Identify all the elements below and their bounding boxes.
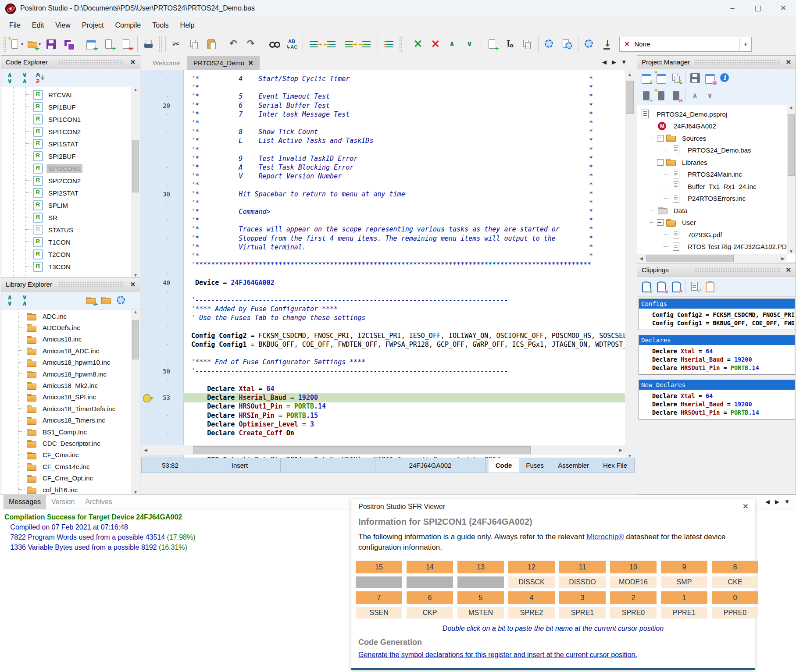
copy-macro-button[interactable] <box>518 35 536 53</box>
close-icon[interactable]: ✕ <box>130 278 136 291</box>
print-button[interactable] <box>140 35 157 53</box>
editor-vertical-scrollbar[interactable]: ▲ ▼ <box>625 70 635 460</box>
cut-button[interactable] <box>168 35 186 53</box>
remove-bookmark-button[interactable] <box>426 35 443 53</box>
editor-horizontal-scrollbar[interactable]: ◀ ▶ <box>141 445 635 455</box>
close-icon[interactable]: ✕ <box>785 56 791 69</box>
add-file-button[interactable]: + <box>639 88 654 104</box>
sfr-bit-12[interactable]: 12 <box>508 561 555 573</box>
pane-list-icon[interactable]: ▼ <box>784 498 790 505</box>
tree-item-spi2con2[interactable]: RSPI2CON2 <box>1 175 140 186</box>
compile-button[interactable] <box>541 35 558 53</box>
sfr-bit-10[interactable]: 10 <box>610 561 657 573</box>
remove-file-button[interactable]: × <box>669 88 684 104</box>
tab-list-icon[interactable]: ▼ <box>621 59 627 65</box>
open-recent-project-button[interactable]: ↓ <box>669 70 684 86</box>
view-tab-code[interactable]: Code <box>489 458 519 473</box>
sfr-bit-11[interactable]: 11 <box>559 561 606 573</box>
chevron-down-icon[interactable]: ▾ <box>739 38 751 51</box>
tree-item-t3con[interactable]: RT3CON <box>1 261 140 272</box>
add-bookmark-button[interactable] <box>408 35 426 53</box>
project-tree-item[interactable]: Data <box>650 205 689 216</box>
project-info-button[interactable] <box>717 70 732 86</box>
save-button[interactable] <box>43 35 60 53</box>
tab-prtos24_demo[interactable]: PRTOS24_Demo✕ <box>187 56 260 70</box>
project-tree-item[interactable]: User <box>650 217 698 228</box>
expand-all-button[interactable] <box>3 70 18 86</box>
sfr-bit-spre1[interactable]: SPRE1 <box>559 607 606 619</box>
tab-scroll-right-icon[interactable]: ▶ <box>612 59 616 65</box>
sfr-bit-9[interactable]: 9 <box>661 561 707 573</box>
close-window-button[interactable]: ↓ <box>82 35 100 53</box>
sfr-bit-3[interactable]: 3 <box>559 591 606 604</box>
sort-az-button[interactable]: AZ↓ <box>33 70 48 86</box>
sfr-bit-dissck[interactable]: DISSCK <box>508 576 555 588</box>
compile-program-button[interactable] <box>581 35 598 53</box>
sfr-bit-smp[interactable]: SMP <box>661 576 707 588</box>
sfr-bit-4[interactable]: 4 <box>508 591 555 604</box>
library-item[interactable]: Amicus18_TimerDefs.inc <box>1 403 140 414</box>
indent-block-button[interactable]: → <box>340 35 358 53</box>
library-item[interactable]: ADC.inc <box>1 310 140 322</box>
menu-edit[interactable]: Edit <box>26 18 50 33</box>
sfr-bit-7[interactable]: 7 <box>356 591 402 604</box>
open-project-button[interactable]: ↓ <box>639 70 654 86</box>
project-tree-item[interactable]: PRTOS24_Demo.bas <box>664 145 753 156</box>
tree-item-spi1stat[interactable]: RSPI1STAT <box>1 138 140 149</box>
library-item[interactable]: CF_Cms.inc <box>1 449 140 461</box>
pane-scroll-left-icon[interactable]: ◀ <box>765 498 770 505</box>
tree-item-splim[interactable]: RSPLIM <box>1 199 140 211</box>
clear-icon[interactable]: ✕ <box>624 40 630 48</box>
sfr-bit-5[interactable]: 5 <box>457 591 504 604</box>
add-new-file-button[interactable]: * <box>654 88 669 104</box>
project-tree-item[interactable]: Libraries <box>650 156 709 168</box>
validate-library-button[interactable]: ✓ <box>84 292 99 308</box>
new-file-button[interactable]: *▾ <box>7 35 25 53</box>
tab-welcome[interactable]: Welcome <box>146 56 186 70</box>
save-all-button[interactable] <box>60 35 78 53</box>
find-button[interactable] <box>265 35 283 53</box>
collapse-expander-icon[interactable] <box>657 135 664 142</box>
tree-item-spi2stat[interactable]: RSPI2STAT <box>1 187 140 199</box>
sfr-bit-ckp[interactable]: CKP <box>407 607 453 619</box>
sfr-bit-cke[interactable]: CKE <box>712 576 758 588</box>
bookmark-icon[interactable] <box>143 394 151 402</box>
library-item[interactable]: Amicus18_Mk2.inc <box>1 380 140 391</box>
library-item[interactable]: Amicus18.inc <box>1 334 140 345</box>
project-tree-item[interactable]: P24RTOSErrors.inc <box>664 193 747 204</box>
project-tree-item[interactable]: PRTOS24Main.inc <box>664 169 744 180</box>
tree-item-sr[interactable]: RSR <box>1 212 140 223</box>
validate-project-library-button[interactable]: P <box>99 292 114 308</box>
menu-file[interactable]: File <box>4 18 26 33</box>
expand-all-button[interactable] <box>3 292 18 308</box>
library-item[interactable]: CDC_Descriptor.inc <box>1 437 140 449</box>
open-file-button[interactable]: ↓▾ <box>25 35 43 53</box>
add-page-button[interactable]: + <box>100 35 118 53</box>
sfr-bit-6[interactable]: 6 <box>407 591 453 604</box>
sfr-bit-15[interactable]: 15 <box>356 561 402 573</box>
tree-item-spi2con1[interactable]: RSPI2CON1 <box>1 163 140 174</box>
clipping-group-declares[interactable]: DeclaresDeclare Xtal = 64Declare Hserial… <box>639 335 795 375</box>
sfr-bit-ppre0[interactable]: PPRE0 <box>712 607 758 619</box>
view-tab-fuses[interactable]: Fuses <box>519 458 551 473</box>
project-manager-horizontal-scrollbar[interactable]: ◀ ▶ <box>637 254 787 263</box>
tree-item-spi2buf[interactable]: RSPI2BUF <box>1 150 140 162</box>
sfr-bit-1[interactable]: 1 <box>661 591 707 604</box>
tree-item-spi1buf[interactable]: RSPI1BUF <box>1 101 140 113</box>
project-tree-item[interactable]: Sources <box>650 132 708 144</box>
close-icon[interactable]: ✕ <box>248 59 253 67</box>
close-button[interactable]: ✕ <box>771 0 796 17</box>
project-tree-item[interactable]: PRTOS24_Demo.psproj <box>640 108 729 120</box>
paste-button[interactable] <box>203 35 221 53</box>
library-item[interactable]: CF_Cms_Opt.inc <box>1 473 140 484</box>
outdent-block-button[interactable]: ← <box>358 35 375 53</box>
sfr-bit-0[interactable]: 0 <box>712 591 758 604</box>
library-item[interactable]: Amicus18_Timers.inc <box>1 415 140 426</box>
menu-tools[interactable]: Tools <box>146 18 174 33</box>
project-tree-item[interactable]: 70293G.pdf <box>664 229 724 240</box>
verify-clipping-button[interactable]: ✓ <box>688 279 703 295</box>
tree-item-spi1con1[interactable]: RSPI1CON1 <box>1 114 140 125</box>
paste-clipping-button[interactable]: ↓ <box>639 279 654 295</box>
messages-tab-messages[interactable]: Messages <box>4 495 46 509</box>
project-manager-vertical-scrollbar[interactable]: ▲▼ <box>787 105 796 254</box>
